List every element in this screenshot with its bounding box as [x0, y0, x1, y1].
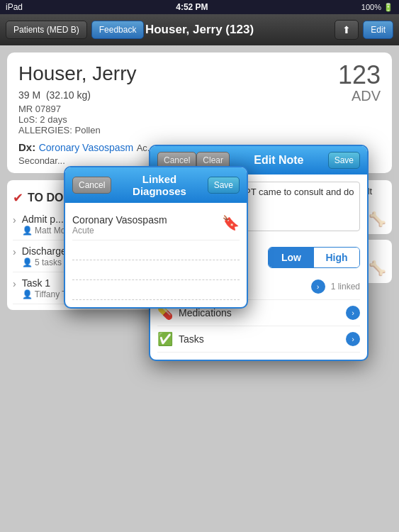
note-icon: 🦴 — [369, 211, 386, 228]
note-icon: 🦴 — [369, 260, 386, 277]
task-chevron: › — [13, 246, 16, 257]
linked-diag-body: Coronary Vasospasm Acute 🔖 — [65, 203, 247, 307]
person-icon: 👤 — [22, 257, 33, 267]
person-icon: 👤 — [22, 226, 33, 235]
edit-note-title: Edit Note — [230, 154, 328, 167]
linked-diag-header: Cancel Linked Diagnoses Save — [65, 167, 247, 203]
patient-id-type: ADV — [338, 88, 381, 104]
nav-title: Houser, Jerry (123) — [145, 23, 254, 37]
tasks-icon: ✅ — [157, 331, 173, 347]
patient-name: Houser, Jerry — [18, 62, 381, 85]
diag-sub: Acute — [72, 226, 167, 235]
nav-left: Patients (MED B) Feedback — [6, 21, 144, 39]
task-chevron: › — [13, 278, 16, 289]
nav-right: ⬆ Edit — [335, 20, 393, 40]
diag-text: Coronary Vasospasm Acute — [72, 214, 167, 235]
dashed-row-2 — [72, 260, 240, 280]
person-icon: 👤 — [22, 289, 33, 299]
diagnoses-count: 1 linked — [331, 282, 360, 292]
status-right: 100% 🔋 — [361, 3, 393, 12]
medications-label: Medications — [179, 307, 340, 318]
linked-diag-save[interactable]: Save — [208, 177, 240, 194]
todo-title: TO DO — [28, 192, 63, 204]
status-left: iPad — [6, 2, 23, 12]
share-button[interactable]: ⬆ — [335, 20, 359, 40]
patient-weight: (32.10 kg) — [46, 89, 91, 101]
diag-name: Coronary Vasospasm — [72, 214, 167, 226]
priority-high-btn[interactable]: High — [314, 248, 359, 267]
main-content: Houser, Jerry 123 ADV 39 M (32.10 kg) MR… — [0, 45, 399, 532]
patient-id-num: 123 — [338, 62, 381, 88]
linked-diag-modal[interactable]: Cancel Linked Diagnoses Save Coronary Va… — [64, 166, 248, 309]
dashed-row-3 — [72, 280, 240, 300]
patient-age: 39 M — [18, 89, 40, 101]
tasks-arrow[interactable]: › — [346, 332, 360, 346]
status-time: 4:52 PM — [176, 2, 208, 12]
patient-id-block: 123 ADV — [338, 62, 381, 104]
medications-arrow[interactable]: › — [346, 306, 360, 320]
back-button[interactable]: Patients (MED B) — [6, 21, 87, 39]
priority-low-btn[interactable]: Low — [269, 248, 314, 267]
patient-mrn: MR 07897 LoS: 2 days ALLERGIES: Pollen — [18, 104, 101, 135]
nav-bar: Patients (MED B) Feedback Houser, Jerry … — [0, 14, 399, 45]
patient-meta: 39 M (32.10 kg) — [18, 89, 381, 101]
todo-check-icon: ✔ — [13, 190, 23, 206]
priority-toggle: Low High — [268, 247, 360, 268]
linked-tasks-row[interactable]: ✅ Tasks › — [157, 326, 360, 353]
diagnoses-arrow[interactable]: › — [311, 279, 325, 294]
tasks-label: Tasks — [179, 333, 340, 345]
patient-info-row: MR 07897 LoS: 2 days ALLERGIES: Pollen — [18, 104, 381, 135]
status-bar: iPad 4:52 PM 100% 🔋 — [0, 0, 399, 14]
linked-diag-title: Linked Diagnoses — [117, 173, 201, 197]
feedback-button[interactable]: Feedback — [91, 21, 145, 39]
edit-note-save[interactable]: Save — [328, 152, 360, 169]
dashed-row-1 — [72, 240, 240, 260]
bookmark-icon: 🔖 — [222, 214, 240, 231]
edit-button[interactable]: Edit — [363, 21, 393, 39]
dx-value[interactable]: Coronary Vasospasm — [39, 142, 134, 153]
linked-diag-cancel[interactable]: Cancel — [72, 177, 111, 194]
task-chevron: › — [13, 214, 16, 226]
diag-item: Coronary Vasospasm Acute 🔖 — [72, 210, 240, 240]
